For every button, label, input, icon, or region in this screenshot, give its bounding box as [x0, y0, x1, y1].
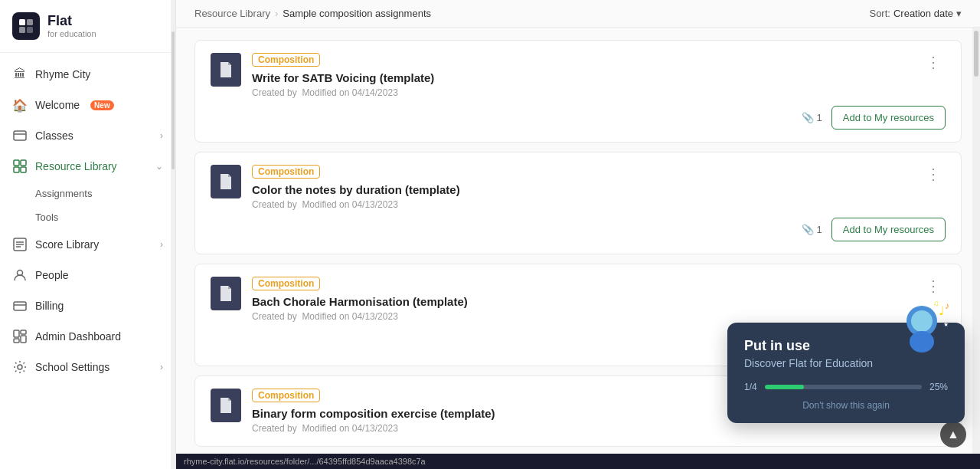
svg-text:♫: ♫ — [933, 299, 939, 307]
resource-icon-2 — [211, 165, 241, 198]
svg-rect-20 — [21, 336, 26, 343]
tooltip-progress-row: 1/4 25% — [744, 382, 948, 392]
resource-tag-2: Composition — [252, 165, 320, 179]
app-name: Flat — [47, 13, 96, 30]
resource-icon-1 — [211, 53, 241, 87]
attachment-count-2: 📎 1 — [802, 224, 822, 235]
sidebar-item-resource-library[interactable]: Resource Library ⌄ — [0, 151, 175, 182]
resource-icon-4 — [211, 389, 241, 422]
svg-rect-9 — [21, 167, 26, 172]
status-bar: rhyme-city.flat.io/resources/folder/.../… — [176, 454, 980, 469]
attachment-count-1: 📎 1 — [802, 112, 822, 123]
org-name: Rhyme City — [35, 68, 90, 80]
sidebar-label-resource-library: Resource Library — [35, 160, 117, 172]
new-badge: New — [90, 100, 114, 110]
svg-rect-15 — [14, 302, 26, 310]
resource-title-3: Bach Chorale Harmonisation (template) — [252, 295, 910, 308]
sidebar-navigation: 🏛 Rhyme City 🏠 Welcome New Classes › Res… — [0, 53, 175, 469]
svg-point-21 — [18, 365, 22, 369]
sidebar-item-school-settings[interactable]: School Settings › — [0, 352, 175, 382]
svg-rect-18 — [21, 330, 26, 334]
progress-bar — [765, 385, 922, 389]
classes-icon — [12, 128, 28, 143]
progress-percent: 25% — [929, 382, 948, 392]
sidebar-label-score-library: Score Library — [35, 238, 99, 251]
status-url: rhyme-city.flat.io/resources/folder/.../… — [184, 457, 426, 466]
school-settings-chevron: › — [160, 362, 163, 372]
svg-rect-17 — [14, 330, 19, 337]
sidebar-scrollbar[interactable] — [171, 0, 175, 469]
sidebar-item-admin-dashboard[interactable]: Admin Dashboard — [0, 321, 175, 352]
sidebar-item-score-library[interactable]: Score Library › — [0, 229, 175, 260]
sidebar-label-assignments: Assignments — [35, 188, 92, 199]
sidebar-scrollbar-thumb — [172, 31, 175, 169]
progress-bar-fill — [765, 385, 804, 389]
paperclip-icon-2: 📎 — [802, 224, 814, 235]
more-menu-3[interactable]: ⋮ — [921, 277, 946, 295]
sidebar-item-billing[interactable]: Billing — [0, 290, 175, 321]
svg-rect-6 — [14, 160, 19, 166]
sort-label: Sort: — [869, 8, 890, 19]
breadcrumb-separator: › — [275, 8, 278, 19]
svg-rect-7 — [21, 160, 26, 166]
resource-icon-3 — [211, 277, 241, 310]
sort-control[interactable]: Sort: Creation date ▾ — [869, 8, 962, 19]
scroll-to-top-button[interactable]: ▲ — [940, 421, 966, 448]
org-selector[interactable]: 🏛 Rhyme City — [0, 59, 175, 90]
sidebar-label-people: People — [35, 269, 69, 281]
sidebar-item-classes[interactable]: Classes › — [0, 120, 175, 151]
resource-tag-4: Composition — [252, 389, 320, 402]
resource-library-icon — [12, 159, 28, 174]
sidebar-label-billing: Billing — [35, 300, 64, 312]
app-logo: Flat for education — [0, 0, 175, 53]
svg-text:♩: ♩ — [939, 304, 945, 317]
sort-value: Creation date — [893, 8, 953, 19]
resource-meta-3: Created by Modified on 04/13/2023 — [252, 311, 910, 322]
resource-meta-4: Created by Modified on 04/13/2023 — [252, 423, 910, 434]
breadcrumb-current: Sample composition assignments — [283, 8, 431, 19]
sidebar-label-classes: Classes — [35, 130, 74, 142]
breadcrumb-parent[interactable]: Resource Library — [194, 8, 270, 19]
org-icon: 🏛 — [12, 67, 28, 82]
svg-rect-19 — [14, 339, 19, 343]
sidebar-item-people[interactable]: People — [0, 260, 175, 290]
resource-card-1: Composition Write for SATB Voicing (temp… — [194, 40, 962, 143]
tooltip-step: 1/4 — [744, 382, 757, 392]
sidebar-item-assignments[interactable]: Assignments — [0, 182, 175, 205]
onboarding-tooltip: ♩ ♪ ♫ ★ Put in use Discover Flat for Edu… — [727, 323, 965, 423]
svg-text:★: ★ — [943, 321, 949, 328]
svg-text:♪: ♪ — [945, 300, 949, 311]
school-settings-icon — [12, 359, 28, 375]
breadcrumb-bar: Resource Library › Sample composition as… — [176, 0, 980, 28]
svg-point-23 — [911, 310, 933, 332]
main-content: Resource Library › Sample composition as… — [176, 0, 980, 469]
paperclip-icon: 📎 — [802, 112, 814, 123]
sidebar-item-tools[interactable]: Tools — [0, 205, 175, 229]
logo-icon — [12, 12, 40, 40]
resource-tag-1: Composition — [252, 53, 320, 67]
add-to-resources-1[interactable]: Add to My resources — [831, 106, 946, 130]
resource-card-2: Composition Color the notes by duration … — [194, 152, 962, 254]
svg-point-24 — [910, 331, 934, 353]
more-menu-1[interactable]: ⋮ — [921, 53, 946, 71]
svg-rect-2 — [19, 27, 25, 33]
svg-rect-8 — [14, 167, 19, 172]
svg-rect-4 — [14, 131, 26, 140]
breadcrumb: Resource Library › Sample composition as… — [194, 8, 431, 19]
more-menu-2[interactable]: ⋮ — [921, 165, 946, 183]
sort-chevron-icon: ▾ — [956, 8, 962, 19]
people-icon — [12, 267, 28, 283]
sidebar-label-tools: Tools — [35, 212, 58, 223]
svg-rect-1 — [27, 19, 33, 25]
sidebar-item-welcome[interactable]: 🏠 Welcome New — [0, 90, 175, 120]
classes-chevron: › — [160, 130, 163, 141]
app-subtitle: for education — [47, 29, 96, 39]
admin-dashboard-icon — [12, 329, 28, 344]
resource-title-2: Color the notes by duration (template) — [252, 183, 910, 196]
resource-title-1: Write for SATB Voicing (template) — [252, 71, 910, 84]
score-library-icon — [12, 237, 28, 252]
add-to-resources-2[interactable]: Add to My resources — [831, 218, 946, 241]
sidebar-label-school-settings: School Settings — [35, 361, 109, 373]
tooltip-dismiss[interactable]: Don't show this again — [744, 400, 948, 411]
main-scrollbar[interactable] — [972, 28, 980, 454]
